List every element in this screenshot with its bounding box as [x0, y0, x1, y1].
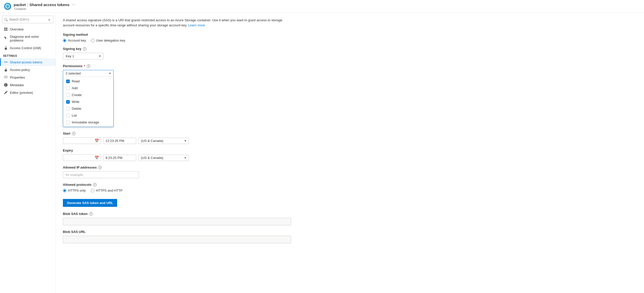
start-date-input[interactable] [65, 139, 93, 143]
https-http-radio[interactable] [91, 189, 94, 192]
write-label: Write [72, 100, 79, 104]
allowed-ip-label: Allowed IP addresses i [63, 166, 637, 169]
permissions-info-icon[interactable]: i [87, 64, 90, 68]
https-only-radio[interactable] [63, 189, 66, 192]
read-checkbox[interactable] [66, 80, 70, 83]
start-datetime-section: Start i 📅 (US & Canada) ▾ [63, 132, 637, 144]
create-label: Create [72, 93, 82, 97]
resource-subtitle: Container [14, 7, 75, 10]
sidebar-collapse-button[interactable]: « [47, 17, 51, 22]
https-http-label: HTTPS and HTTP [96, 189, 122, 192]
signing-key-label: Signing key i [63, 47, 637, 51]
user-delegation-key-option[interactable]: User delegation key [91, 39, 125, 42]
sidebar-item-editor[interactable]: Editor (preview) [0, 89, 56, 96]
signing-method-label: Signing method [63, 33, 637, 36]
app-icon [4, 3, 11, 10]
signing-key-dropdown[interactable]: Key 1 ▾ [63, 53, 103, 60]
sidebar-shared-access-tokens-label: Shared access tokens [10, 60, 42, 64]
expiry-datetime-row: 📅 (US & Canada) ▾ [63, 154, 637, 161]
permissions-list: Read Add Create Write [63, 77, 113, 127]
permissions-section: Permissions * i 2 selected ▾ Read [63, 64, 637, 127]
sidebar-item-properties[interactable]: Properties [0, 74, 56, 81]
permission-immutable[interactable]: Immutable storage [63, 119, 113, 126]
start-calendar-icon[interactable]: 📅 [95, 139, 99, 143]
permissions-header[interactable]: 2 selected ▾ [63, 70, 113, 77]
signing-key-chevron: ▾ [99, 54, 101, 58]
account-key-option[interactable]: Account key [63, 39, 86, 42]
delete-label: Delete [72, 107, 81, 111]
app-header: packet | Shared access tokens ··· Contai… [0, 0, 644, 13]
sidebar-item-iam[interactable]: Access Control (IAM) [0, 44, 56, 52]
blob-sas-token-output [63, 218, 291, 225]
expiry-time-input[interactable] [103, 155, 136, 161]
expiry-calendar-icon[interactable]: 📅 [95, 156, 99, 160]
svg-rect-2 [4, 29, 6, 31]
start-info-icon[interactable]: i [72, 132, 76, 135]
sidebar-item-diagnose[interactable]: Diagnose and solve problems [0, 33, 56, 44]
permissions-chevron: ▾ [109, 72, 111, 75]
key-icon [4, 60, 8, 64]
permissions-wrapper: 2 selected ▾ Read Add [63, 70, 114, 127]
https-only-option[interactable]: HTTPS only [63, 189, 86, 192]
blob-sas-token-info-icon[interactable]: i [89, 212, 93, 216]
expiry-timezone-dropdown[interactable]: (US & Canada) ▾ [138, 155, 189, 161]
expiry-datetime-section: Expiry 📅 (US & Canada) ▾ [63, 149, 637, 161]
start-timezone-label: (US & Canada) [141, 139, 163, 143]
start-label: Start i [63, 132, 637, 135]
https-http-option[interactable]: HTTPS and HTTP [91, 189, 122, 192]
sidebar-item-shared-access-tokens[interactable]: Shared access tokens [0, 58, 56, 66]
permission-list[interactable]: List [63, 112, 113, 119]
sidebar-metadata-label: Metadata [10, 83, 24, 87]
sidebar-access-policy-label: Access policy [10, 68, 30, 72]
required-star: * [84, 64, 85, 68]
account-key-radio[interactable] [63, 39, 66, 42]
start-date-input-wrapper[interactable]: 📅 [63, 137, 101, 144]
allowed-ip-input[interactable] [63, 171, 139, 178]
permissions-dropdown[interactable]: 2 selected ▾ Read Add [63, 70, 114, 127]
signing-method-section: Signing method Account key User delegati… [63, 33, 637, 42]
sidebar-item-metadata[interactable]: Metadata [0, 81, 56, 89]
learn-more-link[interactable]: Learn more [188, 23, 205, 27]
permission-add[interactable]: Add [63, 85, 113, 91]
protocols-info-icon[interactable]: i [93, 183, 97, 187]
signing-key-info-icon[interactable]: i [83, 47, 86, 51]
blob-sas-url-label: Blob SAS URL [63, 230, 637, 234]
blob-sas-url-section: Blob SAS URL [63, 230, 637, 243]
start-timezone-dropdown[interactable]: (US & Canada) ▾ [138, 138, 189, 144]
settings-section-label: Settings [0, 52, 56, 58]
bars-icon [4, 75, 8, 79]
immutable-checkbox[interactable] [66, 121, 70, 124]
resource-name: packet [14, 3, 26, 7]
sidebar-item-access-policy[interactable]: Access policy [0, 66, 56, 74]
signing-key-section: Signing key i Key 1 ▾ [63, 47, 637, 60]
sidebar-item-overview[interactable]: Overview [0, 25, 56, 33]
permission-create[interactable]: Create [63, 91, 113, 98]
permission-write[interactable]: Write [63, 98, 113, 105]
expiry-date-input-wrapper[interactable]: 📅 [63, 154, 101, 161]
delete-checkbox[interactable] [66, 107, 70, 111]
permission-read[interactable]: Read [63, 78, 113, 85]
list-checkbox[interactable] [66, 114, 70, 117]
write-checkbox[interactable] [66, 100, 70, 104]
permission-delete[interactable]: Delete [63, 105, 113, 112]
signing-key-value: Key 1 [66, 54, 74, 58]
expiry-date-input[interactable] [65, 156, 93, 160]
signing-method-radio-group: Account key User delegation key [63, 39, 637, 42]
header-ellipsis-menu[interactable]: ··· [72, 3, 75, 7]
search-box[interactable]: « [2, 16, 53, 23]
expiry-label: Expiry [63, 149, 637, 152]
expiry-timezone-chevron: ▾ [185, 156, 186, 159]
permissions-selected-text: 2 selected [66, 71, 81, 75]
user-delegation-key-radio[interactable] [91, 39, 95, 42]
start-time-input[interactable] [103, 138, 136, 144]
allowed-ip-info-icon[interactable]: i [98, 166, 102, 169]
pencil-icon [4, 90, 8, 95]
search-input[interactable] [9, 18, 46, 21]
read-label: Read [72, 79, 80, 83]
blob-sas-url-output [63, 236, 291, 243]
sidebar-overview-label: Overview [10, 27, 24, 31]
user-delegation-key-label: User delegation key [96, 39, 125, 42]
create-checkbox[interactable] [66, 93, 70, 97]
generate-sas-button[interactable]: Generate SAS token and URL [63, 199, 117, 207]
add-checkbox[interactable] [66, 86, 70, 90]
